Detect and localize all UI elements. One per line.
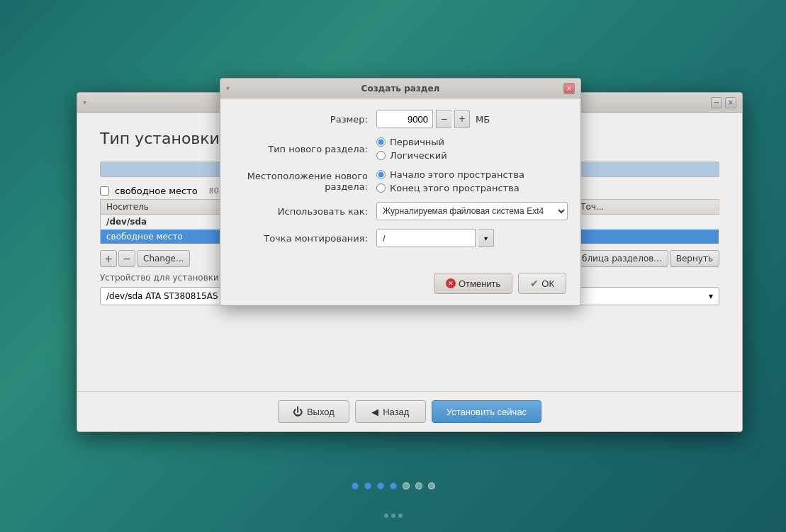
use-as-controls: Журналируемая файловая система Ext4 Файл… — [376, 202, 568, 220]
progress-dot-2 — [364, 482, 371, 489]
cancel-icon: ✕ — [446, 278, 456, 288]
combo-arrow-icon: ▾ — [709, 291, 713, 301]
end-radio-text: Конец этого пространства — [390, 183, 520, 193]
progress-dot-1 — [352, 482, 359, 489]
end-radio-label[interactable]: Конец этого пространства — [376, 183, 524, 193]
dialog-titlebar: ▾ Создать раздел × — [220, 79, 580, 98]
primary-radio-label[interactable]: Первичный — [376, 137, 447, 147]
mount-input[interactable] — [376, 229, 476, 247]
revert-button[interactable]: Вернуть — [670, 250, 719, 267]
progress-dot-6 — [415, 482, 422, 489]
partition-type-label: Тип нового раздела: — [235, 144, 376, 154]
beginning-radio-label[interactable]: Начало этого пространства — [376, 169, 524, 180]
mount-point-row: Точка монтирования: ▾ — [235, 229, 566, 247]
dialog-footer: ✕ Отменить ✔ ОК — [220, 267, 580, 305]
col-header-mount: Точ... — [575, 200, 719, 215]
dialog-title: Создать раздел — [361, 84, 440, 94]
progress-dot-4 — [390, 482, 397, 489]
dialog-titlebar-marker: ▾ — [226, 84, 230, 92]
free-space-label: свободное место — [115, 186, 198, 196]
location-group: Начало этого пространства Конец этого пр… — [376, 169, 524, 193]
use-as-select[interactable]: Журналируемая файловая система Ext4 Файл… — [376, 202, 568, 220]
close-button[interactable]: × — [725, 97, 736, 108]
dialog-body: Размер: − + МБ Тип нового раздела: Перви… — [220, 98, 580, 267]
cancel-label: Отменить — [459, 278, 500, 289]
location-row: Местоположение нового раздела: Начало эт… — [235, 169, 566, 193]
size-row: Размер: − + МБ — [235, 110, 566, 128]
logical-radio[interactable] — [376, 151, 386, 160]
logical-radio-label[interactable]: Логический — [376, 150, 447, 161]
installer-footer: ⏻ Выход ◀ Назад Установить сейчас — [77, 391, 742, 431]
free-space-checkbox[interactable] — [100, 186, 109, 196]
free-mount-cell — [575, 230, 719, 244]
location-label: Местоположение нового раздела: — [235, 171, 376, 192]
size-increase-button[interactable]: + — [454, 110, 470, 128]
primary-radio-text: Первичный — [390, 137, 444, 147]
back-button[interactable]: ◀ Назад — [355, 400, 426, 423]
ok-label: ОК — [541, 278, 554, 289]
beginning-radio-text: Начало этого пространства — [390, 169, 524, 180]
titlebar-left-marker: ▾ — [83, 98, 86, 106]
progress-dot-3 — [377, 482, 384, 489]
beginning-radio[interactable] — [376, 170, 386, 179]
progress-dot-7 — [428, 482, 435, 489]
bottom-decoration — [0, 514, 786, 518]
end-radio[interactable] — [376, 183, 386, 193]
dialog-close-button[interactable]: × — [563, 83, 575, 94]
use-as-label: Использовать как: — [235, 206, 376, 217]
mount-controls: ▾ — [376, 229, 566, 247]
power-icon: ⏻ — [293, 406, 303, 417]
back-arrow-icon: ◀ — [371, 407, 378, 417]
use-as-row: Использовать как: Журналируемая файловая… — [235, 202, 566, 220]
titlebar-controls: − × — [711, 97, 736, 108]
partition-type-row: Тип нового раздела: Первичный Логический — [235, 137, 566, 161]
exit-button[interactable]: ⏻ Выход — [278, 400, 349, 423]
create-partition-dialog: ▾ Создать раздел × Размер: − + МБ Тип но… — [220, 78, 581, 306]
size-controls: − + МБ — [376, 110, 566, 128]
partition-type-group: Первичный Логический — [376, 137, 447, 161]
size-label: Размер: — [235, 114, 376, 125]
install-now-button[interactable]: Установить сейчас — [432, 400, 541, 423]
primary-radio[interactable] — [376, 137, 386, 147]
minimize-button[interactable]: − — [711, 97, 722, 108]
remove-partition-button[interactable]: − — [118, 250, 135, 267]
ok-button[interactable]: ✔ ОК — [518, 273, 566, 294]
add-partition-button[interactable]: + — [100, 250, 117, 267]
logical-radio-text: Логический — [390, 150, 447, 161]
ok-icon: ✔ — [530, 278, 539, 289]
change-partition-button[interactable]: Change... — [137, 250, 190, 267]
progress-dot-5 — [403, 482, 410, 489]
mount-dropdown-button[interactable]: ▾ — [478, 229, 494, 247]
size-decrease-button[interactable]: − — [436, 110, 451, 128]
mount-label: Точка монтирования: — [235, 233, 376, 244]
progress-dots — [0, 482, 786, 489]
size-unit: МБ — [476, 114, 490, 125]
device-mount-cell — [575, 215, 719, 230]
size-input[interactable] — [376, 110, 433, 128]
cancel-button[interactable]: ✕ Отменить — [434, 273, 512, 294]
